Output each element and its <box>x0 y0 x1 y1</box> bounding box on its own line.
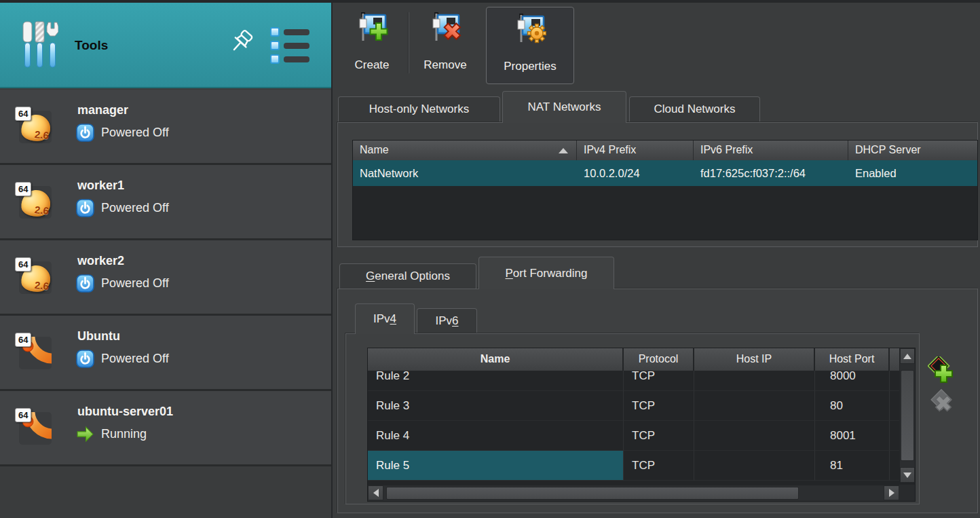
add-rule-button[interactable] <box>928 356 958 386</box>
column-header-host-ip[interactable]: Host IP <box>694 348 815 371</box>
cell-host-port[interactable]: 80 <box>815 391 890 421</box>
column-header-dhcp-server[interactable]: DHCP Server <box>848 141 977 160</box>
tab-general-options[interactable]: General Options <box>339 263 476 289</box>
tools-label: Tools <box>75 3 108 88</box>
tab-cloud-networks[interactable]: Cloud Networks <box>629 96 760 122</box>
vm-status-label: Powered Off <box>101 352 169 366</box>
arrow-down-icon <box>903 473 911 478</box>
cell-protocol[interactable]: TCP <box>624 421 694 451</box>
column-header-name[interactable]: Name <box>353 141 577 160</box>
nat-network-row-selected[interactable]: NatNetwork 10.0.2.0/24 fd17:625c:f037:2:… <box>353 160 977 186</box>
cell-rule-name-selected[interactable]: Rule 5 <box>368 451 624 481</box>
cell-host-ip[interactable] <box>694 451 815 481</box>
rule-row-5-selected[interactable]: Rule 5 TCP 81 <box>368 451 899 481</box>
vm-name: manager <box>77 103 128 117</box>
vm-row-worker1[interactable]: 64 2.6 worker1 Powered Off <box>0 165 331 240</box>
scroll-down-button[interactable] <box>900 467 915 483</box>
tab-port-forwarding[interactable]: Port Forwarding <box>478 257 614 289</box>
cell-protocol[interactable]: TCP <box>624 451 694 481</box>
tab-label: Port Forwarding <box>506 267 588 280</box>
tools-icon <box>22 20 58 69</box>
cell-protocol[interactable]: TCP <box>624 371 694 391</box>
nat-networks-pane: Name IPv4 Prefix IPv6 Prefix DHCP Server… <box>337 122 978 247</box>
network-card-gear-icon <box>514 11 546 43</box>
cell-name: NatNetwork <box>353 160 577 186</box>
horizontal-scrollbar-thumb[interactable] <box>386 487 799 500</box>
arrow-right-icon <box>889 489 894 497</box>
vm-name: worker2 <box>77 254 124 268</box>
cell-host-ip[interactable] <box>694 371 815 391</box>
cell-host-ip[interactable] <box>694 421 815 451</box>
tab-host-only-networks[interactable]: Host-only Networks <box>338 96 500 122</box>
cell-ipv6-prefix: fd17:625c:f037:2::/64 <box>694 160 848 186</box>
column-header-host-port[interactable]: Host Port <box>815 348 890 371</box>
vm-status-label: Powered Off <box>101 201 169 215</box>
cell-host-port[interactable]: 8001 <box>815 421 890 451</box>
ipv4-rules-pane: Name Protocol Host IP Host Port Rule 2 T… <box>345 333 920 504</box>
column-header-ipv4-prefix[interactable]: IPv4 Prefix <box>577 141 694 160</box>
cell-host-ip[interactable] <box>694 391 815 421</box>
horizontal-scrollbar[interactable] <box>368 485 899 501</box>
tab-label: General Options <box>366 270 450 283</box>
vm-status: Powered Off <box>76 124 169 142</box>
column-header-label: Name <box>360 144 389 155</box>
scroll-up-button[interactable] <box>900 348 915 364</box>
cell-rule-name[interactable]: Rule 2 <box>368 371 624 391</box>
remove-rule-button-disabled[interactable] <box>929 388 956 415</box>
sidebar: Tools 64 2.6 manager <box>0 3 333 518</box>
rules-table-header: Name Protocol Host IP Host Port <box>368 348 899 371</box>
tab-label: IPv6 <box>435 314 458 328</box>
vm-name: Ubuntu <box>77 329 120 344</box>
column-header-label: IPv6 Prefix <box>700 144 753 155</box>
vertical-scrollbar-thumb[interactable] <box>901 370 914 461</box>
arrow-left-icon <box>373 489 379 497</box>
list-view-icon[interactable] <box>270 27 312 68</box>
vm-name: ubuntu-server01 <box>77 405 173 419</box>
network-tools-main: Create Remove <box>333 3 980 518</box>
scroll-right-button[interactable] <box>884 485 899 500</box>
cell-host-port[interactable]: 81 <box>815 451 890 481</box>
nat-table-header: Name IPv4 Prefix IPv6 Prefix DHCP Server <box>353 141 977 160</box>
arch-64-badge: 64 <box>15 182 31 196</box>
running-arrow-icon <box>76 425 94 443</box>
scroll-left-button[interactable] <box>368 485 383 500</box>
properties-button[interactable]: Properties <box>486 7 574 84</box>
vm-status: Powered Off <box>76 274 169 293</box>
cell-stub <box>890 451 899 481</box>
cell-stub <box>890 371 899 391</box>
vm-status: Powered Off <box>76 199 169 217</box>
sort-ascending-icon <box>559 148 568 153</box>
rules-table-viewport: Rule 2 TCP 8000 Rule 3 TCP 80 <box>368 371 899 483</box>
tab-nat-networks[interactable]: NAT Networks <box>502 91 626 123</box>
tab-ipv4[interactable]: IPv4 <box>355 303 415 334</box>
vm-row-manager[interactable]: 64 2.6 manager Powered Off <box>0 90 331 165</box>
cell-rule-name[interactable]: Rule 3 <box>368 391 624 421</box>
cell-rule-name[interactable]: Rule 4 <box>368 421 624 451</box>
column-header-protocol[interactable]: Protocol <box>624 348 694 371</box>
power-off-icon <box>76 350 94 368</box>
create-button[interactable]: Create <box>343 5 401 81</box>
column-header-label: DHCP Server <box>855 144 921 155</box>
vm-os-icon-linux26: 64 2.6 <box>19 186 52 219</box>
arrow-up-icon <box>903 354 911 359</box>
column-header-label: IPv4 Prefix <box>584 144 636 155</box>
column-header-ipv6-prefix[interactable]: IPv6 Prefix <box>694 141 848 160</box>
vm-row-worker2[interactable]: 64 2.6 worker2 Powered Off <box>0 240 331 316</box>
cell-stub <box>890 391 899 421</box>
rule-row-2[interactable]: Rule 2 TCP 8000 <box>368 371 899 391</box>
vm-name: worker1 <box>77 179 124 193</box>
column-header-name[interactable]: Name <box>368 348 624 371</box>
vm-status: Running <box>76 425 147 443</box>
pin-icon[interactable] <box>224 29 258 64</box>
rule-row-3[interactable]: Rule 3 TCP 80 <box>368 391 899 421</box>
remove-button[interactable]: Remove <box>415 5 475 81</box>
vm-row-ubuntu[interactable]: 64 Ubuntu Powered Off <box>0 316 331 391</box>
tab-ipv6[interactable]: IPv6 <box>417 308 477 333</box>
cell-host-port[interactable]: 8000 <box>815 371 890 391</box>
vertical-scrollbar[interactable] <box>899 348 915 483</box>
rules-rows-scrolled: Rule 2 TCP 8000 Rule 3 TCP 80 <box>368 371 899 481</box>
vm-row-ubuntu-server01[interactable]: 64 ubuntu-server01 Running <box>0 391 331 466</box>
cell-protocol[interactable]: TCP <box>624 391 694 421</box>
rule-row-4[interactable]: Rule 4 TCP 8001 <box>368 421 899 451</box>
tools-header[interactable]: Tools <box>0 3 331 88</box>
